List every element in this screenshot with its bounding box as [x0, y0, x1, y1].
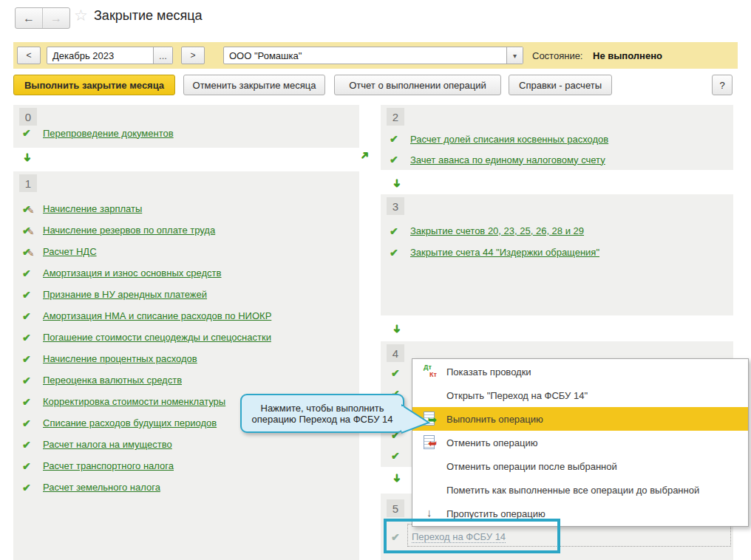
operation-status-check-icon [21, 374, 35, 387]
operation-link[interactable]: Амортизация и износ основных средств [43, 267, 221, 279]
organization-select[interactable]: ООО "Ромашка" ▾ [223, 47, 523, 64]
flow-down-arrow-icon [390, 321, 404, 336]
tooltip-callout: Нажмите, чтобы выполнить операцию Перехо… [240, 394, 404, 433]
operation-row: Начисление зарплаты [21, 198, 353, 219]
operation-row: Амортизация НМА и списание расходов по Н… [21, 305, 353, 327]
operation-status-check-icon [21, 224, 35, 237]
operation-row: Переоценка валютных средств [21, 369, 353, 391]
menu-item-label: Пропустить операцию [446, 508, 546, 519]
flow-down-arrow-icon [20, 150, 35, 165]
favorites-star-icon[interactable]: ☆ [74, 7, 88, 24]
context-menu-item[interactable]: Открыть "Переход на ФСБУ 14" [412, 383, 748, 407]
operation-status-check-icon [21, 331, 35, 344]
section-2-operations: Расчет долей списания косвенных расходов… [388, 129, 727, 170]
back-button[interactable]: ← [16, 8, 43, 28]
section-number: 2 [387, 108, 404, 126]
operation-link[interactable]: Амортизация НМА и списание расходов по Н… [43, 310, 271, 321]
menu-item-label: Открыть "Переход на ФСБУ 14" [446, 390, 588, 401]
section-0-operations: Перепроведение документов [21, 124, 353, 142]
operation-link[interactable]: Расчет земельного налога [43, 482, 160, 493]
section-number: 3 [387, 197, 404, 215]
references-calculations-button[interactable]: Справки - расчеты [509, 75, 612, 95]
operation-row: Расчет земельного налога [21, 477, 353, 498]
operation-row: Закрытие счетов 20, 23, 25, 26, 28 и 29 [388, 220, 727, 242]
section-1-operations: Начисление зарплаты Начисление резервов … [21, 198, 353, 498]
operation-link[interactable]: Расчет транспортного налога [43, 460, 174, 471]
section-2-panel: 2 Расчет долей списания косвенных расход… [381, 105, 733, 170]
month-closing-window: ← → ☆ Закрытие месяца < Декабрь 2023 ...… [0, 0, 751, 560]
perform-closing-button[interactable]: Выполнить закрытие месяца [13, 75, 175, 95]
operation-link[interactable]: Расчет налога на имущество [43, 439, 172, 450]
flow-branch-arrow-icon [357, 148, 372, 163]
operation-row: Расчет налога на имущество [21, 434, 353, 455]
operation-link[interactable]: Начисление процентных расходов [43, 353, 197, 364]
period-value: Декабрь 2023 [47, 50, 153, 61]
operation-status-check-icon [21, 481, 35, 494]
operation-status-check-icon [21, 310, 35, 323]
page-title: Закрытие месяца [94, 8, 202, 24]
operation-status-check-icon [21, 202, 35, 216]
help-button[interactable]: ? [712, 75, 733, 95]
operation-status-check-icon [21, 126, 35, 140]
operation-link[interactable]: Расчет НДС [43, 246, 97, 257]
history-nav-group: ← → [15, 7, 70, 29]
operation-link[interactable]: Начисление резервов по оплате труда [43, 225, 215, 236]
operation-link[interactable]: Переоценка валютных средств [43, 375, 182, 386]
menu-item-label: Отменить операции после выбранной [446, 461, 617, 472]
period-toolbar: < Декабрь 2023 ... > ООО "Ромашка" ▾ Сос… [13, 42, 738, 69]
operation-link[interactable]: Корректировка стоимости номенклатуры [43, 396, 225, 407]
operation-link[interactable]: Закрытие счета 44 "Издержки обращения" [410, 247, 599, 258]
operation-link[interactable]: Зачет аванса по единому налоговому счету [410, 154, 605, 165]
organization-dropdown-icon[interactable]: ▾ [506, 47, 523, 64]
context-menu: Показать проводки Открыть "Переход на ФС… [412, 358, 749, 527]
context-menu-item[interactable]: Отменить операцию [412, 431, 748, 454]
operation-link[interactable]: Списание расходов будущих периодов [43, 417, 217, 428]
operation-status-check-icon [390, 449, 404, 462]
context-menu-item[interactable]: Отменить операции после выбранной [412, 454, 748, 478]
operations-report-button[interactable]: Отчет о выполнении операций [334, 75, 501, 95]
organization-value: ООО "Ромашка" [224, 50, 506, 61]
flow-down-arrow-icon [390, 471, 404, 485]
operation-link[interactable]: Расчет долей списания косвенных расходов [410, 134, 608, 145]
flow-down-arrow-icon [390, 176, 404, 191]
operation-link[interactable]: Начисление зарплаты [43, 203, 142, 214]
operation-status-check-icon [21, 245, 35, 259]
section-number: 4 [387, 344, 404, 362]
cancel-closing-button[interactable]: Отменить закрытие месяца [183, 75, 325, 95]
operation-status-check-icon [21, 417, 35, 430]
context-menu-item[interactable]: Показать проводки [412, 360, 748, 383]
section-0-panel: 0 Перепроведение документов [13, 105, 359, 148]
operation-row: Начисление процентных расходов [21, 348, 353, 369]
section-3-panel: 3 Закрытие счетов 20, 23, 25, 26, 28 и 2… [381, 194, 733, 315]
status-label: Состояние: [532, 50, 582, 61]
section-3-operations: Закрытие счетов 20, 23, 25, 26, 28 и 29 … [388, 220, 727, 263]
period-picker-button[interactable]: ... [153, 47, 172, 64]
operation-row: Расчет долей списания косвенных расходов [388, 129, 727, 149]
forward-button[interactable]: → [43, 8, 69, 28]
back-arrow-icon: ← [23, 12, 35, 25]
next-month-button[interactable]: > [181, 47, 205, 64]
operation-status-check-icon [388, 132, 403, 146]
target-highlight-box [384, 519, 560, 553]
operation-row: Закрытие счета 44 "Издержки обращения" [388, 242, 727, 263]
context-menu-item[interactable]: Выполнить операцию [412, 407, 748, 431]
operation-row: Погашение стоимости спецодежды и спецосн… [21, 327, 353, 348]
operation-link[interactable]: Закрытие счетов 20, 23, 25, 26, 28 и 29 [410, 225, 584, 236]
forward-arrow-icon: → [50, 12, 62, 25]
operation-link[interactable]: Погашение стоимости спецодежды и спецосн… [43, 332, 271, 343]
operation-row: Признание в НУ арендных платежей [21, 284, 353, 305]
menu-item-label: Выполнить операцию [446, 414, 543, 425]
operation-row: Амортизация и износ основных средств [21, 262, 353, 284]
operation-status-check-icon [388, 153, 403, 166]
operation-link[interactable]: Перепроведение документов [43, 128, 174, 139]
operation-status-check-icon [21, 395, 35, 409]
section-number: 1 [19, 174, 37, 192]
operation-link[interactable]: Признание в НУ арендных платежей [43, 289, 207, 300]
period-field[interactable]: Декабрь 2023 ... [47, 47, 173, 64]
operation-status-check-icon [21, 267, 35, 280]
menu-item-label: Показать проводки [446, 366, 531, 378]
operation-row: Расчет НДС [21, 241, 353, 262]
context-menu-item[interactable]: Пометить как выполненные все операции до… [412, 478, 748, 502]
prev-month-button[interactable]: < [17, 47, 41, 64]
section-number: 0 [19, 108, 37, 126]
